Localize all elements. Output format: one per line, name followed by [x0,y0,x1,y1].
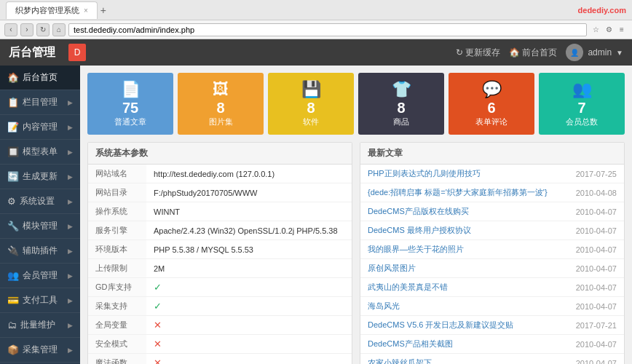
info-value: Apache/2.4.23 (Win32) OpenSSL/1.0.2j PHP… [146,221,352,240]
home-icon: 🏠 [509,47,520,58]
article-date: 2010-04-08 [566,183,624,202]
sidebar-item-members[interactable]: 👥 会员管理 ▶ [0,264,80,288]
tab-add-icon[interactable]: + [100,4,106,16]
article-title: 我的眼界—些关于花的照片 [360,240,566,259]
article-date: 2010-04-07 [566,278,624,297]
article-date: 2017-07-21 [566,316,624,335]
user-dropdown-icon[interactable]: ▼ [616,49,623,57]
address-bar: ‹ › ↻ ⌂ ☆ ⚙ ≡ [0,20,632,39]
articles-panel: 最新文章 PHP正则表达式的几则使用技巧 2017-07-25 {dede:招聘… [360,142,625,364]
info-label: 网站目录 [88,183,146,202]
stat-card-members[interactable]: 👥 7 会员总数 [539,73,625,135]
sidebar-item-label-home: 后台首页 [23,71,73,84]
table-row[interactable]: PHP正则表达式的几则使用技巧 2017-07-25 [360,165,624,183]
sidebar-item-payment[interactable]: 💳 支付工具 ▶ [0,288,80,313]
info-value: WINNT [146,202,352,221]
stat-card-images[interactable]: 🖼 8 图片集 [178,73,264,135]
comments-stat-label: 表单评论 [475,116,507,127]
sidebar-item-columns[interactable]: 📋 栏目管理 ▶ [0,90,80,115]
browser-tab[interactable]: 织梦内容管理系统 × [6,1,98,19]
content-sidebar-icon: 📝 [7,122,19,132]
table-row[interactable]: 海岛风光 2010-04-07 [360,297,624,316]
article-title: 原创风景图片 [360,259,566,278]
stat-card-comments[interactable]: 💬 6 表单评论 [449,73,534,135]
header-title: 后台管理 [9,45,55,60]
table-row: GD库支持 ✓ [88,278,352,297]
update-cache-label: 更新缓存 [465,47,500,59]
images-stat-label: 图片集 [209,116,233,127]
goods-stat-label: 商品 [393,116,409,127]
members-stat-icon: 👥 [572,80,592,99]
menu-icon[interactable]: ≡ [616,24,628,36]
table-row[interactable]: 武夷山的美景真是不错 2010-04-07 [360,278,624,297]
table-row: 网站域名 http://test.dedediy.com (127.0.0.1) [88,165,352,183]
home-button[interactable]: ⌂ [52,23,66,36]
table-row[interactable]: 我的眼界—些关于花的照片 2010-04-07 [360,240,624,259]
stat-card-goods[interactable]: 👕 8 商品 [358,73,444,135]
members-sidebar-icon: 👥 [7,270,19,281]
tab-close-icon[interactable]: × [84,7,88,15]
system-info-header: 系统基本参数 [88,143,352,165]
table-row: 上传限制 2M [88,259,352,278]
article-title: DedeCMS产品版权在线购买 [360,202,566,221]
update-cache-button[interactable]: ↻ 更新缓存 [456,47,500,59]
plugins-sidebar-icon: 🔌 [7,245,19,256]
info-value: PHP 5.5.38 / MYSQL 5.5.53 [146,240,352,259]
sidebar-arrow-icon-6: ▶ [68,223,73,230]
sidebar-item-model[interactable]: 🔲 模型表单 ▶ [0,140,80,165]
settings-icon[interactable]: ⚙ [603,24,615,36]
info-value: ✕ [146,354,352,365]
stat-card-articles[interactable]: 📄 75 普通文章 [87,73,173,135]
info-value: ✓ [146,278,352,297]
sidebar-item-content[interactable]: 📝 内容管理 ▶ [0,115,80,140]
browser-bar: 织梦内容管理系统 × + dedediy.com [0,0,632,20]
article-date: 2010-04-07 [566,354,624,365]
table-row[interactable]: 农家小辣丝瓜架下 2010-04-07 [360,354,624,365]
back-button[interactable]: ‹ [4,23,17,36]
system-info-table: 网站域名 http://test.dedediy.com (127.0.0.1)… [88,165,352,364]
info-label: GD库支持 [88,278,146,297]
user-avatar: 👤 [566,44,583,61]
url-input[interactable] [68,23,587,36]
check-icon: ✓ [154,282,162,293]
table-row[interactable]: {dede:招聘启事 标题='织梦大家庭新年招募第一波'} 2010-04-08 [360,183,624,202]
table-row: 操作系统 WINNT [88,202,352,221]
table-row[interactable]: 原创风景图片 2010-04-07 [360,259,624,278]
bookmark-icon[interactable]: ☆ [590,24,601,36]
images-stat-count: 8 [216,100,224,115]
info-value: F:/phpStudy20170705/WWW [146,183,352,202]
sidebar-item-modules[interactable]: 🔧 模块管理 ▶ [0,214,80,239]
forward-button[interactable]: › [20,23,33,36]
table-row[interactable]: DedeCMS产品版权在线购买 2010-04-07 [360,202,624,221]
refresh-button[interactable]: ↻ [36,23,50,36]
table-row: 采集支持 ✓ [88,297,352,316]
articles-stat-icon: 📄 [121,80,141,99]
info-label: 上传限制 [88,259,146,278]
table-row[interactable]: DedeCMS V5.6 开发日志及新建议提交贴 2017-07-21 [360,316,624,335]
stat-card-software[interactable]: 💾 8 软件 [268,73,354,135]
header-actions: ↻ 更新缓存 🏠 前台首页 👤 admin ▼ [456,44,623,61]
info-label: 操作系统 [88,202,146,221]
home-sidebar-icon: 🏠 [7,72,19,83]
sidebar: 🏠 后台首页 📋 栏目管理 ▶ 📝 内容管理 ▶ 🔲 模型表单 ▶ 🔄 生成更新 [0,66,80,364]
table-row: 环境版本 PHP 5.5.38 / MYSQL 5.5.53 [88,240,352,259]
sidebar-arrow-icon-2: ▶ [68,124,73,131]
sidebar-item-plugins[interactable]: 🔌 辅助插件 ▶ [0,239,80,264]
generate-sidebar-icon: 🔄 [7,171,19,182]
cross-icon: ✕ [154,339,162,349]
model-sidebar-icon: 🔲 [7,146,19,157]
sidebar-item-batch[interactable]: 🗂 批量维护 ▶ [0,313,80,338]
info-label: 网站域名 [88,165,146,183]
sidebar-item-collect[interactable]: 📦 采集管理 ▶ [0,338,80,363]
sidebar-item-settings[interactable]: ⚙ 系统设置 ▶ [0,189,80,214]
table-row[interactable]: DedeCMS产品相关截图 2010-04-07 [360,335,624,354]
table-row[interactable]: DedeCMS 最终用户授权协议 2010-04-07 [360,221,624,240]
members-stat-count: 7 [577,100,585,115]
sidebar-item-generate[interactable]: 🔄 生成更新 ▶ [0,165,80,189]
sidebar-item-home[interactable]: 🏠 后台首页 [0,66,80,90]
article-date: 2010-04-07 [566,221,624,240]
software-stat-icon: 💾 [301,80,321,99]
info-value: ✕ [146,335,352,354]
info-label: 服务引擎 [88,221,146,240]
front-page-button[interactable]: 🏠 前台首页 [509,47,557,59]
